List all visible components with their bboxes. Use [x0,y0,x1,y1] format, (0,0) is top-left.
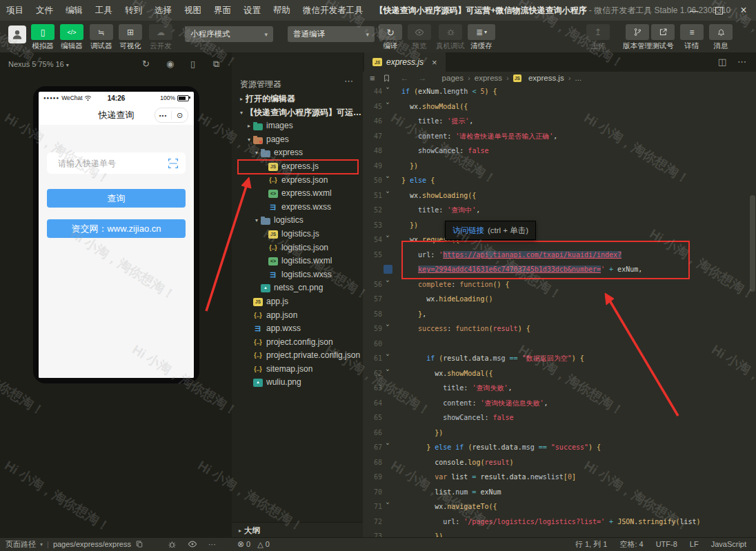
code-line-58[interactable]: 58 }, [363,307,756,322]
page-path-label[interactable]: 页面路径 [6,539,36,550]
tree-item-express.js[interactable]: JSexpress.js [232,160,363,174]
code-line-48[interactable]: 48 showCancel: false [363,143,756,159]
clear-cache-button[interactable]: ≣▾ 清缓存 [468,24,495,51]
copy-icon[interactable] [135,540,143,548]
encoding[interactable]: UTF-8 [656,540,677,548]
tree-item-app.js[interactable]: JSapp.js [232,295,363,309]
code-line-62[interactable]: 62ˇ wx.showModal({ [363,366,756,381]
tracking-number-input[interactable] [57,158,168,169]
tree-item-logistics.js[interactable]: JSlogistics.js [232,228,363,241]
eye-icon[interactable] [188,539,197,549]
editor-button[interactable]: </> 编辑器 [60,24,83,51]
code-line-55[interactable]: 55 url: 'https://api.tianapi.com/txapi/k… [363,248,756,263]
more-icon[interactable]: ⋯ [344,76,353,86]
device-debug-button[interactable]: 真机调试 [435,24,466,51]
tree-item-express.wxml[interactable]: <>express.wxml [232,187,363,201]
back-icon[interactable]: ← [401,73,409,83]
menu-帮助[interactable]: 帮助 [267,5,297,17]
outline-list-icon[interactable]: ≡ [370,73,375,83]
editor-scrollbar[interactable] [750,195,755,292]
code-line-57[interactable]: 57 wx.hideLoading() [363,292,756,307]
tree-item-wuliu.png[interactable]: ▲wuliu.png [232,376,363,390]
code-line-52[interactable]: 52 title: '查询中', [363,203,756,218]
code-line-72[interactable]: 72 url: '/pages/logistics/logistics?list… [363,514,756,530]
fold-chevron-icon[interactable]: ˇ [382,188,393,203]
code-line-wrap[interactable]: key=2994addc41631e6c74703745b1d33dcb&num… [363,262,756,277]
visual-button[interactable]: ⊞ 可视化 [119,24,142,51]
fold-chevron-icon[interactable]: ˇ [382,440,393,455]
zijiao-link-button[interactable]: 资交网：www.zijiao.cn [47,219,186,238]
code-line-47[interactable]: 47 content: '请检查快递单号是否输入正确', [363,129,756,144]
eol-setting[interactable]: LF [690,540,699,548]
record-icon[interactable]: ◉ [166,59,174,69]
error-count[interactable]: ⊗0 [237,539,250,549]
simulator-button[interactable]: ▯ 模拟器 [31,24,54,51]
version-button[interactable]: 版本管理 [619,24,655,51]
menu-文件[interactable]: 文件 [30,5,59,17]
chevron-right-icon[interactable]: ▸ [245,119,253,133]
device-selector[interactable]: Nexus 5 75% 16 ▾ [8,60,69,68]
tree-item-netss_cn.png[interactable]: ▲netss_cn.png [232,281,363,295]
tree-item-sitemap.json[interactable]: {..}sitemap.json [232,363,363,377]
warning-count[interactable]: △0 [257,540,270,549]
code-line-63[interactable]: 63 title: '查询失败', [363,381,756,396]
fold-chevron-icon[interactable]: ˇ [382,366,393,381]
forward-icon[interactable]: → [419,73,427,83]
tree-item-express[interactable]: ▾express [232,146,363,160]
messages-button[interactable]: 消息 [709,24,733,51]
refresh-icon[interactable]: ↻ [142,59,150,69]
code-line-71[interactable]: 71ˇ wx.navigateTo({ [363,499,756,514]
code-line-59[interactable]: 59ˇ success: function(result) { [363,321,756,337]
fold-chevron-icon[interactable]: ˇ [382,84,393,99]
chevron-down-icon[interactable]: ▾ [252,146,261,160]
tree-item-project.config.json[interactable]: {..}project.config.json [232,336,363,350]
code-line-60[interactable]: 60 [363,337,756,352]
menu-选择[interactable]: 选择 [148,5,178,17]
code-line-49[interactable]: 49 }) [363,159,756,174]
more-icon[interactable]: ⋯ [208,540,216,549]
menu-工具[interactable]: 工具 [89,5,119,17]
tree-item-images[interactable]: ▸images [232,119,363,133]
chevron-down-icon[interactable]: ▾ [237,106,246,120]
more-dots-icon[interactable]: ••• [155,112,171,119]
code-line-50[interactable]: 50ˇ} else { [363,173,756,188]
close-icon[interactable]: × [432,57,437,68]
code-line-68[interactable]: 68 console.log(result) [363,455,756,470]
code-line-65[interactable]: 65 showCancel: false [363,410,756,425]
preview-button[interactable]: 预览 [408,24,431,51]
code-area[interactable]: 44ˇif (exNum.length < 5) {45ˇ wx.showMod… [363,84,756,537]
tree-item-logistics.wxss[interactable]: ヨlogistics.wxss [232,268,363,282]
breadcrumb-express[interactable]: express [475,74,502,82]
breadcrumb-more[interactable]: ... [575,74,582,82]
tree-item-app.wxss[interactable]: ヨapp.wxss [232,322,363,336]
test-account-button[interactable]: 测试号 [651,24,675,51]
tree-item-...[interactable]: ▾【快递查询小程序源码】可运营+微信... [232,106,363,120]
breadcrumb-file[interactable]: JSexpress.js [513,74,564,82]
code-line-46[interactable]: 46 title: '提示', [363,114,756,129]
tree-item-express.wxss[interactable]: ヨexpress.wxss [232,201,363,214]
menu-编辑[interactable]: 编辑 [59,5,89,17]
tree-item-logistics.wxml[interactable]: <>logistics.wxml [232,254,363,268]
code-line-51[interactable]: 51ˇ wx.showLoading({ [363,188,756,203]
tree-item-[interactable]: ▸打开的编辑器 [232,92,363,106]
code-line-70[interactable]: 70 list.num = exNum [363,485,756,500]
code-line-61[interactable]: 61ˇ if (result.data.msg == "数据返回为空") { [363,351,756,366]
fold-chevron-icon[interactable]: ˇ [382,277,393,292]
more-icon[interactable]: ⋯ [737,57,746,67]
split-editor-icon[interactable]: ◫ [718,57,726,67]
upload-button[interactable]: ↥ 上传 [586,24,610,51]
fold-chevron-icon[interactable]: ˇ [382,351,393,366]
chevron-down-icon[interactable]: ▾ [245,133,253,147]
phone-icon[interactable]: ▯ [190,59,195,69]
code-line-67[interactable]: 67ˇ } else if (result.data.msg == "succe… [363,440,756,455]
chevron-right-icon[interactable]: ▸ [237,92,246,106]
mode-select[interactable]: 小程序模式▾ [185,26,273,42]
target-icon[interactable]: ⊙ [172,111,188,120]
tab-express-js[interactable]: JS express.js × [364,52,446,72]
cloud-dev-button[interactable]: ☁ 云开发 [149,24,172,51]
chevron-down-icon[interactable]: ▾ [252,214,261,228]
fold-chevron-icon[interactable]: ˇ [382,232,393,248]
menu-设置[interactable]: 设置 [237,5,267,17]
tree-item-logistics[interactable]: ▾logistics [232,214,363,228]
close-icon[interactable]: × [731,0,756,21]
